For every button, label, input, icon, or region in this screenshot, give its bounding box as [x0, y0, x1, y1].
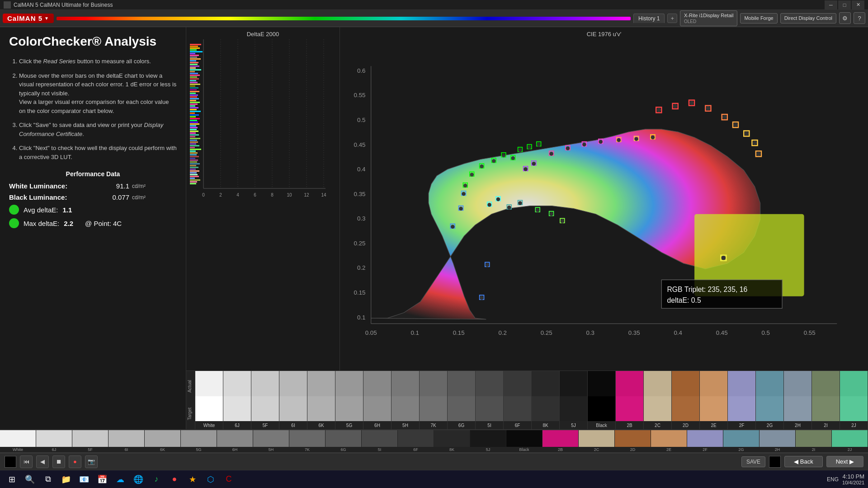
- mini-swatch-col: 2E: [651, 430, 687, 452]
- history-tab[interactable]: History 1: [633, 14, 665, 23]
- svg-rect-30: [190, 98, 199, 99]
- rewind-button[interactable]: ⏮: [20, 455, 33, 468]
- taskview-taskbar-icon[interactable]: ⧉: [40, 471, 56, 488]
- swatch-name: 2B: [616, 421, 643, 429]
- app7-taskbar-icon[interactable]: ⬡: [203, 471, 219, 488]
- next-button[interactable]: Next ▶: [826, 456, 863, 467]
- svg-text:0.3: 0.3: [357, 215, 366, 222]
- camera-button[interactable]: 📷: [85, 455, 98, 468]
- calendar-taskbar-icon[interactable]: 📅: [94, 471, 110, 488]
- swatch-col: Black: [588, 371, 616, 429]
- svg-rect-43: [190, 122, 198, 123]
- mini-swatch-col: 2H: [760, 430, 796, 452]
- svg-text:0.4: 0.4: [674, 329, 682, 336]
- back-button[interactable]: ◀ Back: [784, 456, 823, 467]
- svg-point-157: [451, 225, 454, 228]
- swatch-name: 8K: [532, 421, 559, 429]
- max-delta-label: Max deltaE:: [24, 220, 59, 227]
- window-title: CalMAN 5 CalMAN Ultimate for Business: [14, 2, 113, 8]
- edge-taskbar-icon[interactable]: 🌐: [130, 471, 146, 488]
- device3-dropdown[interactable]: Direct Display Control: [780, 13, 836, 23]
- svg-point-195: [722, 256, 726, 260]
- svg-point-171: [561, 219, 564, 223]
- mini-swatch-label: White: [0, 447, 36, 452]
- prev-button[interactable]: ◀: [36, 455, 49, 468]
- outlook-taskbar-icon[interactable]: 📧: [76, 471, 92, 488]
- svg-text:deltaE: 0.5: deltaE: 0.5: [667, 296, 701, 304]
- svg-rect-63: [190, 158, 195, 159]
- svg-text:0.15: 0.15: [453, 329, 465, 336]
- app5-taskbar-icon[interactable]: ●: [166, 471, 183, 488]
- swatch-target: [448, 396, 475, 422]
- svg-rect-34: [190, 105, 195, 107]
- svg-rect-0: [190, 44, 201, 45]
- svg-rect-28: [190, 94, 198, 96]
- explorer-taskbar-icon[interactable]: 📁: [58, 471, 74, 488]
- swatch-target: [560, 396, 587, 422]
- start-button[interactable]: ⊞: [4, 471, 20, 488]
- svg-text:0.35: 0.35: [354, 191, 366, 197]
- swatch-actual: [616, 371, 643, 396]
- svg-text:0.2: 0.2: [357, 264, 366, 271]
- add-tab-button[interactable]: +: [667, 14, 677, 23]
- save-button[interactable]: SAVE: [741, 456, 765, 467]
- svg-rect-60: [190, 152, 198, 154]
- swatch-col: 6I: [279, 371, 307, 429]
- swatch-target: [195, 396, 223, 422]
- svg-text:0.15: 0.15: [354, 289, 366, 296]
- svg-point-125: [537, 143, 540, 146]
- calman-taskbar-icon[interactable]: C: [221, 471, 237, 488]
- swatch-target: [420, 396, 447, 422]
- swatch-col: 2D: [672, 371, 700, 429]
- mini-swatch-label: 2J: [832, 447, 868, 452]
- swatch-col: 5I: [476, 371, 504, 429]
- close-button[interactable]: ✕: [852, 0, 864, 9]
- svg-text:6: 6: [254, 192, 256, 197]
- search-taskbar-icon[interactable]: 🔍: [22, 471, 38, 488]
- mini-swatch-label: 6J: [36, 447, 72, 452]
- device2-dropdown[interactable]: Mobile Forge: [740, 13, 777, 23]
- record-button[interactable]: ●: [69, 455, 81, 468]
- app-icon: [4, 1, 11, 9]
- swatch-name: 2D: [672, 421, 699, 429]
- swatch-actual: [504, 371, 531, 396]
- svg-rect-14: [190, 69, 201, 70]
- svg-point-161: [462, 192, 465, 196]
- swatch-name: 7K: [420, 421, 447, 429]
- mini-swatch-label: 5H: [253, 447, 289, 452]
- svg-text:4: 4: [236, 192, 239, 197]
- stop-button[interactable]: ⏹: [52, 455, 65, 468]
- windows-taskbar: ⊞ 🔍 ⧉ 📁 📧 📅 ☁ 🌐 ♪ ● ★ ⬡ C ENG 4:10 PM 10…: [0, 470, 868, 488]
- svg-rect-4: [190, 51, 203, 52]
- calman-logo[interactable]: CalMAN 5 ▼: [3, 14, 54, 23]
- mini-swatch-col: 5F: [72, 430, 108, 452]
- svg-rect-22: [190, 84, 200, 85]
- onedrive-taskbar-icon[interactable]: ☁: [112, 471, 128, 488]
- settings-button[interactable]: ⚙: [839, 12, 851, 24]
- swatch-actual: [195, 371, 223, 396]
- device1-dropdown[interactable]: X-Rite i1Display Retail OLED: [680, 10, 737, 26]
- svg-text:RGB Triplet: 235, 235, 16: RGB Triplet: 235, 235, 16: [667, 286, 747, 293]
- minimize-button[interactable]: ─: [825, 0, 837, 9]
- spotify-taskbar-icon[interactable]: ♪: [148, 471, 165, 488]
- svg-rect-38: [190, 113, 195, 114]
- svg-rect-21: [190, 82, 198, 83]
- swatch-col: 2J: [840, 371, 868, 429]
- svg-point-129: [511, 156, 514, 160]
- svg-point-187: [532, 162, 536, 165]
- mini-swatch-label: Black: [506, 447, 542, 452]
- help-button[interactable]: ?: [854, 12, 865, 24]
- target-label: Target: [187, 408, 194, 420]
- app6-taskbar-icon[interactable]: ★: [184, 471, 201, 488]
- device2-label: Mobile Forge: [744, 15, 773, 21]
- maximize-button[interactable]: □: [838, 0, 851, 9]
- performance-title: Performance Data: [9, 170, 177, 178]
- swatch-actual: [812, 371, 840, 396]
- swatch-name: 2I: [812, 421, 840, 429]
- mini-swatch-label: 2B: [542, 447, 578, 452]
- mini-swatch-col: 6G: [326, 430, 362, 452]
- swatch-col: 6F: [504, 371, 532, 429]
- swatch-actual: [448, 371, 475, 396]
- svg-text:0.05: 0.05: [365, 329, 377, 336]
- taskbar-clock: 4:10 PM 10/4/2021: [842, 473, 864, 485]
